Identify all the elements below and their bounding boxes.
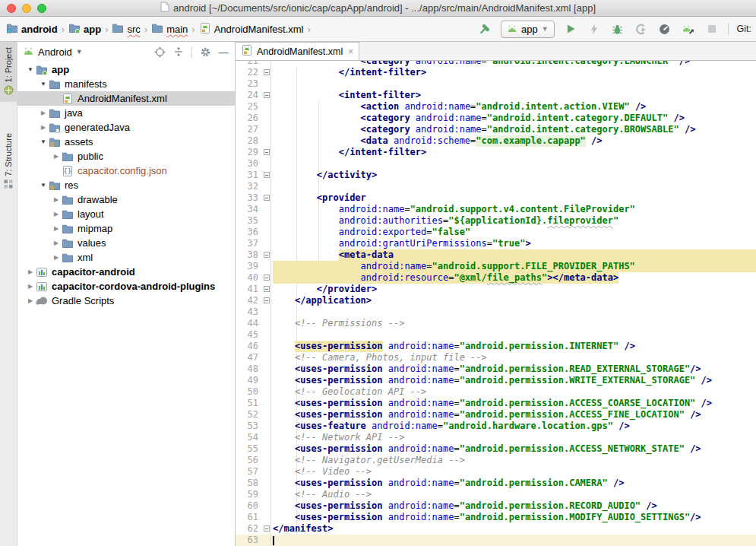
- tree-item-capacitor-android[interactable]: ▶capacitor-android: [17, 265, 235, 279]
- line-number[interactable]: 22: [236, 67, 263, 78]
- code-line-56[interactable]: 56 <!-- Navigator.getUserMedia -->: [236, 455, 756, 466]
- tree-item-androidmanifest-xml[interactable]: AndroidManifest.xml: [17, 91, 235, 106]
- code-line-23[interactable]: 23: [236, 78, 756, 90]
- apply-changes-lightning-icon[interactable]: [587, 21, 602, 37]
- breadcrumb-item-main[interactable]: main: [151, 22, 188, 37]
- fold-collapse-icon[interactable]: [264, 92, 270, 98]
- code-line-63[interactable]: 63: [236, 535, 756, 546]
- code-line-27[interactable]: 27 <category android:name="android.inten…: [236, 124, 756, 135]
- code-line-30[interactable]: 30: [236, 158, 756, 170]
- line-number[interactable]: 56: [236, 455, 263, 466]
- collapsed-arrow-icon[interactable]: ▶: [51, 225, 62, 232]
- tree-item-xml[interactable]: ▶xml: [17, 250, 235, 265]
- line-number[interactable]: 41: [236, 284, 263, 295]
- code-editor[interactable]: 21 <category android:name="android.inten…: [236, 61, 756, 546]
- code-line-57[interactable]: 57 <!-- Video -->: [236, 466, 756, 478]
- hide-panel-icon[interactable]: —: [218, 46, 229, 58]
- code-line-45[interactable]: 45: [236, 329, 756, 341]
- line-number[interactable]: 44: [236, 318, 263, 329]
- tree-item-mipmap[interactable]: ▶mipmap: [17, 221, 235, 236]
- code-line-25[interactable]: 25 <action android:name="android.intent.…: [236, 101, 756, 113]
- breadcrumb-item-app[interactable]: app: [68, 22, 101, 37]
- editor-tab-androidmanifest[interactable]: AndroidManifest.xml ×: [235, 42, 359, 60]
- line-number[interactable]: 45: [236, 329, 263, 341]
- run-configuration-select[interactable]: app ▼: [501, 21, 555, 38]
- line-number[interactable]: 42: [236, 295, 263, 306]
- code-line-36[interactable]: 36 android:exported="false": [236, 227, 756, 238]
- code-line-52[interactable]: 52 <uses-permission android:name="androi…: [236, 409, 756, 421]
- expanded-arrow-icon[interactable]: ▼: [25, 66, 36, 73]
- code-line-33[interactable]: 33 <provider: [236, 192, 756, 204]
- profiler-gauge-icon[interactable]: [657, 21, 672, 37]
- tree-item-capacitor-cordova-android-plugins[interactable]: ▶capacitor-cordova-android-plugins: [17, 279, 235, 294]
- code-line-58[interactable]: 58 <uses-permission android:name="androi…: [236, 478, 756, 489]
- tree-item-assets[interactable]: ▼assets: [17, 135, 235, 149]
- code-line-39[interactable]: 39 android:name="android.support.FILE_PR…: [236, 261, 756, 272]
- code-line-21[interactable]: 21 <category android:name="android.inten…: [236, 61, 756, 67]
- line-number[interactable]: 30: [236, 158, 263, 170]
- tree-item-app[interactable]: ▼app: [17, 62, 235, 77]
- line-number[interactable]: 36: [236, 227, 263, 238]
- code-line-22[interactable]: 22 </intent-filter>: [236, 67, 756, 78]
- collapsed-arrow-icon[interactable]: ▶: [25, 297, 36, 304]
- fold-collapse-icon[interactable]: [264, 525, 270, 532]
- fold-gutter[interactable]: [263, 249, 271, 261]
- line-number[interactable]: 53: [236, 421, 263, 432]
- line-number[interactable]: 39: [236, 261, 263, 272]
- stop-button[interactable]: [704, 21, 720, 37]
- tree-item-java[interactable]: ▶java: [17, 106, 235, 120]
- tool-window-tab-project[interactable]: 1: Project: [0, 42, 17, 102]
- line-number[interactable]: 38: [236, 249, 263, 261]
- run-button[interactable]: [563, 21, 578, 37]
- fold-gutter[interactable]: [263, 272, 271, 284]
- fold-gutter[interactable]: [263, 170, 271, 181]
- line-number[interactable]: 48: [236, 363, 263, 375]
- collapsed-arrow-icon[interactable]: ▶: [51, 196, 62, 203]
- zoom-window-button[interactable]: [37, 4, 46, 13]
- line-number[interactable]: 49: [236, 375, 263, 386]
- code-line-53[interactable]: 53 <uses-feature android:name="android.h…: [236, 421, 756, 432]
- collapsed-arrow-icon[interactable]: ▶: [51, 240, 62, 246]
- code-line-35[interactable]: 35 android:authorities="${applicationId}…: [236, 215, 756, 227]
- line-number[interactable]: 29: [236, 147, 263, 158]
- code-line-24[interactable]: 24 <intent-filter>: [236, 90, 756, 101]
- project-view-selector[interactable]: Android ▼: [23, 46, 83, 58]
- code-line-46[interactable]: 46 <uses-permission android:name="androi…: [236, 341, 756, 352]
- line-number[interactable]: 50: [236, 386, 263, 398]
- code-line-37[interactable]: 37 android:grantUriPermissions="true">: [236, 238, 756, 249]
- expanded-arrow-icon[interactable]: ▼: [38, 182, 49, 189]
- code-line-42[interactable]: 42 </application>: [236, 295, 756, 306]
- code-line-28[interactable]: 28 <data android:scheme="com.example.cap…: [236, 135, 756, 147]
- code-line-31[interactable]: 31 </activity>: [236, 170, 756, 181]
- close-tab-icon[interactable]: ×: [346, 46, 353, 57]
- code-line-50[interactable]: 50 <!-- Geolocation API -->: [236, 386, 756, 398]
- code-line-61[interactable]: 61 <uses-permission android:name="androi…: [236, 512, 756, 523]
- fold-collapse-icon[interactable]: [264, 286, 270, 292]
- collapsed-arrow-icon[interactable]: ▶: [38, 110, 49, 116]
- close-window-button[interactable]: [7, 4, 16, 13]
- locate-file-icon[interactable]: [153, 46, 166, 58]
- fold-gutter[interactable]: [263, 90, 271, 101]
- collapsed-arrow-icon[interactable]: ▶: [51, 153, 62, 160]
- debug-bug-icon[interactable]: [610, 21, 625, 37]
- line-number[interactable]: 61: [236, 512, 263, 523]
- breadcrumb-item-androidmanifest-xml[interactable]: AndroidManifest.xml: [199, 22, 304, 37]
- fold-gutter[interactable]: [263, 192, 271, 204]
- line-number[interactable]: 23: [236, 78, 263, 90]
- fold-collapse-icon[interactable]: [264, 69, 270, 75]
- line-number[interactable]: 28: [236, 135, 263, 147]
- tool-window-tab-structure[interactable]: 7: Structure: [0, 128, 17, 195]
- settings-gear-icon[interactable]: [199, 46, 211, 58]
- collapsed-arrow-icon[interactable]: ▶: [38, 124, 49, 131]
- code-line-43[interactable]: 43: [236, 306, 756, 318]
- line-number[interactable]: 62: [236, 523, 263, 535]
- code-line-34[interactable]: 34 android:name="android.support.v4.cont…: [236, 204, 756, 215]
- line-number[interactable]: 43: [236, 306, 263, 318]
- fold-collapse-icon[interactable]: [264, 275, 270, 281]
- tree-item-manifests[interactable]: ▼manifests: [17, 77, 235, 91]
- code-line-47[interactable]: 47 <!-- Camera, Photos, input file -->: [236, 352, 756, 363]
- fold-gutter[interactable]: [263, 295, 271, 306]
- line-number[interactable]: 26: [236, 113, 263, 124]
- line-number[interactable]: 40: [236, 272, 263, 284]
- minimize-window-button[interactable]: [22, 4, 31, 13]
